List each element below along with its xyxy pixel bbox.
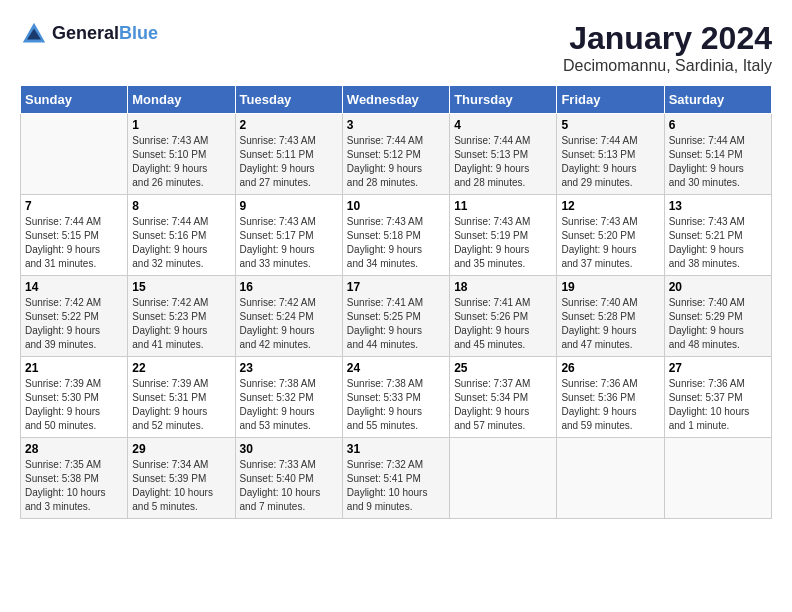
day-info: Sunrise: 7:42 AMSunset: 5:23 PMDaylight:… — [132, 296, 230, 352]
logo: GeneralBlue — [20, 20, 158, 48]
calendar-cell: 25Sunrise: 7:37 AMSunset: 5:34 PMDayligh… — [450, 357, 557, 438]
day-info: Sunrise: 7:44 AMSunset: 5:12 PMDaylight:… — [347, 134, 445, 190]
calendar-cell: 13Sunrise: 7:43 AMSunset: 5:21 PMDayligh… — [664, 195, 771, 276]
day-number: 28 — [25, 442, 123, 456]
calendar-cell: 16Sunrise: 7:42 AMSunset: 5:24 PMDayligh… — [235, 276, 342, 357]
weekday-header: Thursday — [450, 86, 557, 114]
calendar-cell: 14Sunrise: 7:42 AMSunset: 5:22 PMDayligh… — [21, 276, 128, 357]
calendar-cell: 29Sunrise: 7:34 AMSunset: 5:39 PMDayligh… — [128, 438, 235, 519]
day-number: 22 — [132, 361, 230, 375]
day-info: Sunrise: 7:43 AMSunset: 5:19 PMDaylight:… — [454, 215, 552, 271]
calendar-cell: 7Sunrise: 7:44 AMSunset: 5:15 PMDaylight… — [21, 195, 128, 276]
day-info: Sunrise: 7:44 AMSunset: 5:15 PMDaylight:… — [25, 215, 123, 271]
calendar-cell: 12Sunrise: 7:43 AMSunset: 5:20 PMDayligh… — [557, 195, 664, 276]
weekday-header: Saturday — [664, 86, 771, 114]
calendar-cell: 1Sunrise: 7:43 AMSunset: 5:10 PMDaylight… — [128, 114, 235, 195]
day-info: Sunrise: 7:33 AMSunset: 5:40 PMDaylight:… — [240, 458, 338, 514]
day-number: 31 — [347, 442, 445, 456]
day-number: 6 — [669, 118, 767, 132]
calendar-week-row: 7Sunrise: 7:44 AMSunset: 5:15 PMDaylight… — [21, 195, 772, 276]
calendar-cell: 11Sunrise: 7:43 AMSunset: 5:19 PMDayligh… — [450, 195, 557, 276]
day-info: Sunrise: 7:41 AMSunset: 5:26 PMDaylight:… — [454, 296, 552, 352]
calendar-cell — [450, 438, 557, 519]
weekday-header: Wednesday — [342, 86, 449, 114]
day-number: 27 — [669, 361, 767, 375]
day-info: Sunrise: 7:41 AMSunset: 5:25 PMDaylight:… — [347, 296, 445, 352]
page-header: GeneralBlue January 2024 Decimomannu, Sa… — [20, 20, 772, 75]
day-number: 26 — [561, 361, 659, 375]
calendar-cell — [664, 438, 771, 519]
calendar-week-row: 28Sunrise: 7:35 AMSunset: 5:38 PMDayligh… — [21, 438, 772, 519]
day-number: 24 — [347, 361, 445, 375]
calendar-cell: 6Sunrise: 7:44 AMSunset: 5:14 PMDaylight… — [664, 114, 771, 195]
day-info: Sunrise: 7:32 AMSunset: 5:41 PMDaylight:… — [347, 458, 445, 514]
day-number: 14 — [25, 280, 123, 294]
calendar-cell — [557, 438, 664, 519]
day-number: 25 — [454, 361, 552, 375]
logo-text: GeneralBlue — [52, 24, 158, 44]
day-number: 18 — [454, 280, 552, 294]
month-title: January 2024 — [563, 20, 772, 57]
day-info: Sunrise: 7:36 AMSunset: 5:37 PMDaylight:… — [669, 377, 767, 433]
calendar-cell: 4Sunrise: 7:44 AMSunset: 5:13 PMDaylight… — [450, 114, 557, 195]
day-info: Sunrise: 7:43 AMSunset: 5:20 PMDaylight:… — [561, 215, 659, 271]
calendar-cell: 31Sunrise: 7:32 AMSunset: 5:41 PMDayligh… — [342, 438, 449, 519]
day-number: 23 — [240, 361, 338, 375]
calendar-week-row: 21Sunrise: 7:39 AMSunset: 5:30 PMDayligh… — [21, 357, 772, 438]
title-block: January 2024 Decimomannu, Sardinia, Ital… — [563, 20, 772, 75]
day-number: 5 — [561, 118, 659, 132]
calendar-cell: 27Sunrise: 7:36 AMSunset: 5:37 PMDayligh… — [664, 357, 771, 438]
calendar-cell: 30Sunrise: 7:33 AMSunset: 5:40 PMDayligh… — [235, 438, 342, 519]
day-info: Sunrise: 7:40 AMSunset: 5:28 PMDaylight:… — [561, 296, 659, 352]
calendar-cell: 28Sunrise: 7:35 AMSunset: 5:38 PMDayligh… — [21, 438, 128, 519]
day-number: 29 — [132, 442, 230, 456]
day-info: Sunrise: 7:43 AMSunset: 5:18 PMDaylight:… — [347, 215, 445, 271]
day-info: Sunrise: 7:43 AMSunset: 5:11 PMDaylight:… — [240, 134, 338, 190]
day-number: 10 — [347, 199, 445, 213]
calendar-cell: 26Sunrise: 7:36 AMSunset: 5:36 PMDayligh… — [557, 357, 664, 438]
day-number: 12 — [561, 199, 659, 213]
day-number: 4 — [454, 118, 552, 132]
day-number: 7 — [25, 199, 123, 213]
day-info: Sunrise: 7:38 AMSunset: 5:33 PMDaylight:… — [347, 377, 445, 433]
day-info: Sunrise: 7:44 AMSunset: 5:14 PMDaylight:… — [669, 134, 767, 190]
calendar-cell: 8Sunrise: 7:44 AMSunset: 5:16 PMDaylight… — [128, 195, 235, 276]
day-number: 21 — [25, 361, 123, 375]
weekday-header: Monday — [128, 86, 235, 114]
day-info: Sunrise: 7:39 AMSunset: 5:30 PMDaylight:… — [25, 377, 123, 433]
calendar-cell: 10Sunrise: 7:43 AMSunset: 5:18 PMDayligh… — [342, 195, 449, 276]
day-info: Sunrise: 7:44 AMSunset: 5:13 PMDaylight:… — [454, 134, 552, 190]
calendar-week-row: 1Sunrise: 7:43 AMSunset: 5:10 PMDaylight… — [21, 114, 772, 195]
day-info: Sunrise: 7:44 AMSunset: 5:16 PMDaylight:… — [132, 215, 230, 271]
day-info: Sunrise: 7:35 AMSunset: 5:38 PMDaylight:… — [25, 458, 123, 514]
weekday-header: Friday — [557, 86, 664, 114]
calendar-cell: 3Sunrise: 7:44 AMSunset: 5:12 PMDaylight… — [342, 114, 449, 195]
day-number: 3 — [347, 118, 445, 132]
day-info: Sunrise: 7:43 AMSunset: 5:10 PMDaylight:… — [132, 134, 230, 190]
day-info: Sunrise: 7:43 AMSunset: 5:21 PMDaylight:… — [669, 215, 767, 271]
calendar-cell: 5Sunrise: 7:44 AMSunset: 5:13 PMDaylight… — [557, 114, 664, 195]
day-number: 8 — [132, 199, 230, 213]
day-info: Sunrise: 7:39 AMSunset: 5:31 PMDaylight:… — [132, 377, 230, 433]
weekday-header-row: SundayMondayTuesdayWednesdayThursdayFrid… — [21, 86, 772, 114]
day-info: Sunrise: 7:42 AMSunset: 5:24 PMDaylight:… — [240, 296, 338, 352]
day-number: 17 — [347, 280, 445, 294]
location: Decimomannu, Sardinia, Italy — [563, 57, 772, 75]
logo-icon — [20, 20, 48, 48]
day-info: Sunrise: 7:42 AMSunset: 5:22 PMDaylight:… — [25, 296, 123, 352]
calendar-cell: 24Sunrise: 7:38 AMSunset: 5:33 PMDayligh… — [342, 357, 449, 438]
day-info: Sunrise: 7:38 AMSunset: 5:32 PMDaylight:… — [240, 377, 338, 433]
day-info: Sunrise: 7:43 AMSunset: 5:17 PMDaylight:… — [240, 215, 338, 271]
day-number: 1 — [132, 118, 230, 132]
calendar-cell: 23Sunrise: 7:38 AMSunset: 5:32 PMDayligh… — [235, 357, 342, 438]
day-number: 19 — [561, 280, 659, 294]
day-number: 30 — [240, 442, 338, 456]
weekday-header: Tuesday — [235, 86, 342, 114]
calendar-cell: 2Sunrise: 7:43 AMSunset: 5:11 PMDaylight… — [235, 114, 342, 195]
weekday-header: Sunday — [21, 86, 128, 114]
calendar-cell: 15Sunrise: 7:42 AMSunset: 5:23 PMDayligh… — [128, 276, 235, 357]
calendar-cell: 20Sunrise: 7:40 AMSunset: 5:29 PMDayligh… — [664, 276, 771, 357]
calendar-week-row: 14Sunrise: 7:42 AMSunset: 5:22 PMDayligh… — [21, 276, 772, 357]
day-number: 9 — [240, 199, 338, 213]
calendar-cell: 22Sunrise: 7:39 AMSunset: 5:31 PMDayligh… — [128, 357, 235, 438]
